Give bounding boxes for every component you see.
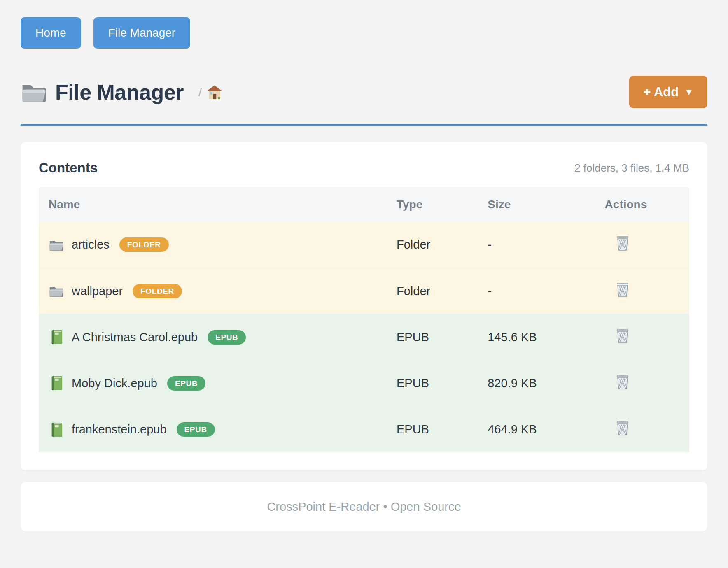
column-header-type: Type — [397, 187, 488, 222]
row-type: Folder — [397, 268, 488, 314]
row-size: 464.9 KB — [488, 406, 604, 452]
trash-icon — [616, 282, 630, 298]
delete-button[interactable] — [616, 235, 630, 251]
type-badge: FOLDER — [119, 237, 169, 252]
row-type: EPUB — [397, 314, 488, 360]
row-name[interactable]: frankenstein.epub — [72, 423, 167, 436]
breadcrumb-separator: / — [198, 86, 202, 99]
page-title: File Manager — [55, 80, 184, 105]
trash-icon — [616, 374, 630, 390]
table-row[interactable]: A Christmas Carol.epub EPUB EPUB 145.6 K… — [39, 314, 689, 360]
add-button-label: + Add — [643, 86, 679, 98]
folder-icon — [21, 81, 46, 103]
book-icon — [49, 330, 63, 344]
home-button[interactable]: Home — [21, 17, 81, 49]
type-badge: EPUB — [177, 422, 215, 437]
delete-button[interactable] — [616, 328, 630, 344]
contents-title: Contents — [39, 160, 98, 176]
table-row[interactable]: frankenstein.epub EPUB EPUB 464.9 KB — [39, 406, 689, 452]
delete-button[interactable] — [616, 374, 630, 390]
type-badge: EPUB — [208, 330, 246, 345]
add-button[interactable]: + Add ▼ — [629, 76, 707, 108]
type-badge: FOLDER — [133, 284, 182, 298]
folder-icon — [49, 238, 63, 252]
row-type: EPUB — [397, 360, 488, 406]
trash-icon — [616, 235, 630, 251]
page-header: File Manager / + Add ▼ — [21, 76, 707, 108]
home-icon[interactable] — [207, 84, 222, 99]
chevron-down-icon: ▼ — [684, 88, 693, 97]
row-name[interactable]: articles — [72, 238, 110, 251]
book-icon — [49, 423, 63, 437]
contents-summary: 2 folders, 3 files, 1.4 MB — [574, 162, 689, 175]
delete-button[interactable] — [616, 282, 630, 298]
file-manager-button[interactable]: File Manager — [93, 17, 190, 49]
table-row[interactable]: wallpaper FOLDER Folder - — [39, 268, 689, 314]
trash-icon — [616, 328, 630, 344]
type-badge: EPUB — [167, 376, 205, 391]
title-divider — [21, 124, 707, 126]
row-type: EPUB — [397, 406, 488, 452]
column-header-actions: Actions — [605, 187, 689, 222]
trash-icon — [616, 420, 630, 436]
footer-text: CrossPoint E-Reader • Open Source — [267, 500, 461, 514]
footer: CrossPoint E-Reader • Open Source — [21, 482, 707, 531]
page: Home File Manager File Manager / + Add ▼… — [0, 0, 728, 531]
table-row[interactable]: Moby Dick.epub EPUB EPUB 820.9 KB — [39, 360, 689, 406]
row-size: - — [488, 268, 604, 314]
row-name[interactable]: wallpaper — [72, 284, 123, 298]
folder-icon — [49, 284, 63, 298]
breadcrumb: / — [198, 84, 222, 100]
file-table-body: articles FOLDER Folder - wallpaper — [39, 222, 689, 452]
row-name[interactable]: Moby Dick.epub — [72, 377, 157, 390]
row-name[interactable]: A Christmas Carol.epub — [72, 331, 198, 344]
delete-button[interactable] — [616, 420, 630, 436]
table-header-row: Name Type Size Actions — [39, 187, 689, 222]
table-row[interactable]: articles FOLDER Folder - — [39, 222, 689, 268]
column-header-name: Name — [39, 187, 397, 222]
contents-card: Contents 2 folders, 3 files, 1.4 MB Name… — [21, 142, 707, 470]
row-size: 145.6 KB — [488, 314, 604, 360]
row-type: Folder — [397, 222, 488, 268]
row-size: - — [488, 222, 604, 268]
file-table: Name Type Size Actions articles FOLDER F… — [39, 187, 689, 452]
book-icon — [49, 376, 63, 390]
column-header-size: Size — [488, 187, 604, 222]
top-nav: Home File Manager — [21, 17, 707, 49]
row-size: 820.9 KB — [488, 360, 604, 406]
